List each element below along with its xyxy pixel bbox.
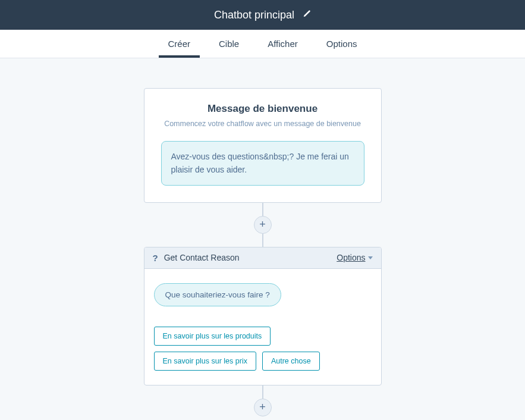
tab-create[interactable]: Créer: [168, 30, 191, 57]
page-title: Chatbot principal: [214, 9, 294, 21]
app-header: Chatbot principal: [0, 0, 525, 30]
flow-canvas: Message de bienvenue Commencez votre cha…: [0, 58, 525, 416]
step-card[interactable]: ? Get Contact Reason Options Que souhait…: [144, 247, 382, 385]
edit-title-button[interactable]: [303, 10, 311, 20]
step-header: ? Get Contact Reason Options: [144, 247, 381, 269]
choice-chips: En savoir plus sur les produits En savoi…: [154, 327, 372, 371]
choice-chip[interactable]: Autre chose: [262, 352, 320, 371]
step-prompt-bubble: Que souhaiteriez-vous faire ?: [154, 283, 281, 306]
add-step-button[interactable]: +: [254, 216, 272, 234]
tabs-nav: Créer Cible Afficher Options: [0, 30, 525, 58]
choice-chip[interactable]: En savoir plus sur les produits: [154, 327, 271, 346]
step-body: Que souhaiteriez-vous faire ? En savoir …: [144, 269, 381, 385]
tab-target[interactable]: Cible: [219, 30, 239, 57]
add-step-button[interactable]: +: [254, 399, 272, 416]
step-options-label: Options: [337, 253, 365, 262]
choice-chip[interactable]: En savoir plus sur les prix: [154, 352, 256, 371]
pencil-icon: [303, 10, 311, 18]
chevron-down-icon: [368, 256, 373, 259]
plus-icon: +: [259, 218, 266, 231]
connector-line: [262, 234, 263, 247]
tab-options[interactable]: Options: [326, 30, 357, 57]
question-icon: ?: [153, 253, 158, 263]
connector-line: [262, 385, 263, 399]
connector-line: [262, 203, 263, 216]
welcome-message-bubble: Avez-vous des questions&nbsp;? Je me fer…: [161, 141, 364, 186]
plus-icon: +: [259, 401, 266, 413]
welcome-card[interactable]: Message de bienvenue Commencez votre cha…: [144, 88, 382, 203]
welcome-title: Message de bienvenue: [161, 103, 364, 115]
step-name: Get Contact Reason: [164, 253, 240, 262]
tab-display[interactable]: Afficher: [268, 30, 298, 57]
welcome-subtitle: Commencez votre chatflow avec un message…: [161, 120, 364, 128]
step-options-menu[interactable]: Options: [337, 253, 372, 262]
